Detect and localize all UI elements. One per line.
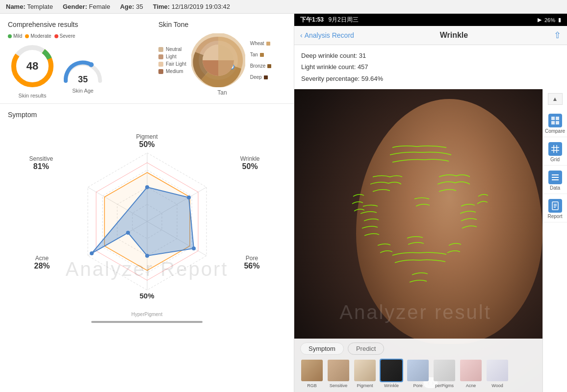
status-time-date: 下午1:53 9月2日周三: [300, 16, 359, 24]
wifi-percent: 26%: [544, 17, 555, 23]
tone-fairlight: Fair Light: [158, 61, 186, 67]
tone-content: Neutral Light Fair Light Medium: [158, 33, 286, 87]
report-button[interactable]: Report: [543, 196, 567, 222]
svg-point-19: [192, 246, 196, 250]
thumbnail-wood[interactable]: Wood: [486, 359, 509, 388]
nav-share-icon[interactable]: ⇧: [554, 30, 561, 41]
comp-charts: 48 Skin results: [8, 42, 151, 98]
wrinkle-info: Deep wrinkle count: 31 Light wrinkle cou…: [294, 45, 567, 89]
tone-light: Light: [158, 54, 186, 59]
hyperpigment-text: HyperPigment: [8, 312, 286, 317]
data-label: Data: [550, 185, 560, 191]
tone-deep: Deep: [250, 74, 272, 80]
thumbnail-acne[interactable]: Acne: [459, 359, 483, 388]
svg-rect-32: [552, 177, 559, 178]
hyperpigment-label: 50%: [139, 292, 154, 300]
thumbnail-img-sensitive: [327, 359, 350, 382]
grid-icon: [548, 142, 562, 156]
gender-field: Gender: Female: [63, 3, 110, 10]
skin-score-chart: 48 Skin results: [8, 42, 57, 98]
status-bar: 下午1:53 9月2日周三 ▶ 26% ▮: [294, 14, 567, 26]
age-field: Age: 35: [120, 3, 143, 10]
predict-tab[interactable]: Predict: [348, 343, 384, 355]
deep-wrinkle-count: Deep wrinkle count: 31: [301, 50, 560, 61]
grid-svg: [551, 145, 560, 153]
thumbnail-perpigms[interactable]: perPigms: [433, 359, 456, 388]
thumbnail-row: RGB Sensitive Pigment: [300, 359, 537, 388]
svg-point-17: [145, 185, 149, 189]
skin-age-label: Skin Age: [61, 88, 105, 94]
medium-swatch: [158, 69, 163, 74]
radar-chart: Pigment 50% Wrinkle 50% Pore 56% Acne 28…: [25, 123, 270, 310]
pore-label: Pore 56%: [244, 255, 259, 270]
skin-age-chart: 35 Skin Age: [61, 47, 105, 94]
tone-bronze: Bronze: [250, 63, 272, 69]
report-label: Report: [547, 214, 562, 219]
comprehensive-title: Comprehensive results: [8, 21, 151, 28]
scroll-up-button[interactable]: ▲: [548, 93, 563, 105]
grid-button[interactable]: Grid: [543, 139, 567, 166]
sensitive-label: Sensitive 81%: [29, 155, 53, 171]
thumbnail-sensitive[interactable]: Sensitive: [327, 359, 350, 388]
gauge-chart: 35: [61, 51, 105, 86]
battery-icon: ▮: [558, 17, 561, 23]
name-field: Name: Template: [6, 3, 53, 10]
svg-point-22: [90, 251, 94, 255]
back-chevron-icon: ‹: [300, 31, 303, 39]
bottom-overlay: Symptom Predict RGB: [294, 339, 542, 392]
thumbnail-img-rgb: [300, 359, 324, 382]
data-svg: [551, 173, 560, 182]
status-icons: ▶ 26% ▮: [538, 17, 561, 23]
legend-severe: Severe: [54, 33, 76, 39]
symptom-section: Symptom: [0, 104, 294, 392]
svg-rect-24: [556, 117, 559, 120]
thumbnail-img-acne: [459, 359, 483, 382]
scroll-indicator[interactable]: [91, 321, 203, 323]
report-icon: [548, 199, 562, 213]
skin-results-label: Skin results: [8, 93, 57, 98]
time-field: Time: 12/18/2019 19:03:42: [153, 3, 230, 10]
tone-tan: Tan: [250, 52, 272, 57]
nav-back-button[interactable]: ‹ Analysis Record: [300, 31, 354, 39]
compare-svg: [551, 116, 560, 125]
thumbnail-wrinkle[interactable]: Wrinkle: [380, 359, 403, 388]
top-bar: Name: Template Gender: Female Age: 35 Ti…: [0, 0, 567, 14]
symptom-tab[interactable]: Symptom: [300, 343, 344, 355]
compare-label: Compare: [545, 128, 565, 134]
spacer: [8, 317, 286, 321]
compare-button[interactable]: Compare: [543, 111, 567, 137]
tan-bar: [260, 53, 264, 57]
tab-row: Symptom Predict: [300, 343, 537, 355]
right-panel: 下午1:53 9月2日周三 ▶ 26% ▮ ‹ Analysis Record …: [294, 14, 567, 392]
svg-rect-26: [556, 121, 559, 124]
wifi-icon: ▶: [538, 17, 541, 23]
legend-mild: Mild: [8, 33, 22, 39]
main-layout: Comprehensive results Mild Moderate Seve…: [0, 14, 567, 392]
moderate-dot: [25, 34, 29, 38]
svg-rect-23: [551, 117, 555, 120]
data-button[interactable]: Data: [543, 168, 567, 194]
section-top: Comprehensive results Mild Moderate Seve…: [0, 14, 294, 104]
status-date: 9月2日周三: [328, 16, 358, 23]
pigment-label: Pigment 50%: [136, 133, 157, 149]
thumbnail-img-perpigms: [433, 359, 456, 382]
tan-result-label: Tan: [158, 89, 286, 96]
severe-dot: [54, 34, 58, 38]
face-area: ▲ Compare: [294, 89, 567, 392]
deep-bar: [264, 75, 268, 79]
skin-tone: Skin Tone Neutral Light: [158, 21, 286, 98]
svg-rect-33: [552, 179, 559, 180]
fairlight-swatch: [158, 62, 163, 67]
light-swatch: [158, 54, 163, 59]
tone-wheel-svg: [191, 33, 245, 87]
thumbnail-pore[interactable]: Pore: [406, 359, 430, 388]
thumbnail-rgb[interactable]: RGB: [300, 359, 324, 388]
tone-legend-left: Neutral Light Fair Light Medium: [158, 47, 186, 74]
thumbnail-img-pigment: [353, 359, 377, 382]
skin-age-value: 35: [78, 74, 88, 85]
thumbnail-pigment[interactable]: Pigment: [353, 359, 377, 388]
data-icon: [548, 171, 562, 184]
thumbnail-img-wrinkle: [380, 359, 403, 382]
wrinkle-label: Wrinkle 50%: [240, 155, 260, 171]
comprehensive-results: Comprehensive results Mild Moderate Seve…: [8, 21, 151, 98]
